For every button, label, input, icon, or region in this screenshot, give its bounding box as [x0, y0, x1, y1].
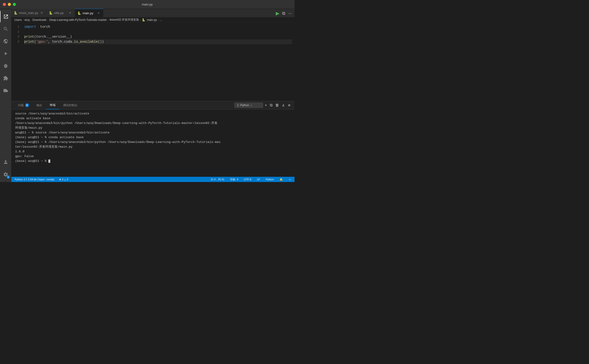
editor-area: 🐍 mnist_train.py ✕ 🐍 utils.py ✕ 🐍 main.p…: [11, 9, 294, 182]
terminal-line-6: (base) wzq@11 ~ % /Users/wzq/anaconda3/b…: [15, 140, 291, 149]
panel-tab-problems-label: 问题: [18, 103, 24, 107]
window-controls: [3, 3, 16, 6]
terminal-line-4: wzq@11 ~ % source /Users/wzq/anaconda3/b…: [15, 130, 291, 135]
panel-tab-problems[interactable]: 问题 5: [14, 101, 33, 110]
status-right: 行 4，列 41 空格: 4 UTF-8 LF Python 🔔: [209, 177, 293, 182]
tab-close-main[interactable]: ✕: [97, 11, 101, 15]
status-left: Python 3.7.3 64-bit ('base': conda) ⊗ 3 …: [13, 177, 69, 182]
sidebar-item-extensions[interactable]: [0, 72, 11, 84]
feedback-icon: ☺: [289, 178, 291, 181]
terminal-line-9: (base) wzq@11 ~ %: [15, 159, 291, 163]
close-button[interactable]: [3, 3, 6, 6]
terminal-line-7: 1.6.0: [15, 149, 291, 154]
breadcrumb-more[interactable]: ...: [159, 18, 162, 22]
editor-scrollbar[interactable]: [292, 24, 294, 99]
panel-tab-debug-label: 调试控制台: [63, 103, 77, 107]
terminal-line-5: (base) wzq@11 ~ % conda activate base: [15, 135, 291, 140]
window-title: main.py: [142, 3, 153, 6]
status-spaces[interactable]: 空格: 4: [229, 177, 239, 182]
trash-terminal-button[interactable]: 🗑: [274, 102, 280, 108]
status-position[interactable]: 行 4，列 41: [209, 177, 226, 182]
breadcrumb-lesson[interactable]: lesson02-开发环境安装: [110, 18, 139, 22]
status-language[interactable]: Python: [264, 177, 275, 182]
breadcrumb-project[interactable]: Deep-Learning-with-PyTorch-Tutorials-mas…: [49, 18, 107, 22]
split-terminal-button[interactable]: ⧉: [269, 102, 273, 108]
code-line-2: [24, 29, 292, 34]
panel-actions: 1: Python ∨ + ⧉ 🗑 ∧ ✕: [234, 102, 292, 109]
terminal-selector-label: 1: Python: [237, 104, 249, 107]
terminal-line-3: /Users/wzq/anaconda3/bin/python /Users/w…: [15, 121, 291, 130]
tab-main[interactable]: 🐍 main.py ✕: [75, 9, 103, 17]
code-line-4: print('gpu:', torch.cuda.is_available()): [24, 39, 292, 44]
status-bar: Python 3.7.3 64-bit ('base': conda) ⊗ 3 …: [11, 177, 294, 182]
terminal-content[interactable]: source /Users/wzq/anaconda3/bin/activate…: [11, 110, 294, 177]
status-encoding[interactable]: UTF-8: [243, 177, 253, 182]
code-line-3: print(torch.__version__): [24, 34, 292, 39]
panel-tab-output[interactable]: 输出: [33, 101, 46, 110]
status-eol-label: LF: [257, 178, 260, 181]
code-content[interactable]: import torch print(torch.__version__) pr…: [23, 24, 292, 99]
panel-tab-output-label: 输出: [37, 103, 42, 107]
titlebar: main.py: [0, 0, 294, 9]
chevron-up-button[interactable]: ∧: [281, 102, 286, 109]
breadcrumb: Users › wzq › Downloads › Deep-Learning-…: [11, 17, 294, 23]
sidebar-item-git[interactable]: [0, 36, 11, 47]
terminal-line-2: conda activate base: [15, 116, 291, 121]
problems-badge: 5: [25, 103, 29, 107]
tab-close-mnist[interactable]: ✕: [40, 11, 44, 15]
tab-label-mnist: mnist_train.py: [19, 11, 38, 15]
main-layout: 1 🐍 mnist_train.py ✕ 🐍 utils.py ✕ 🐍 main…: [0, 9, 294, 182]
close-panel-button[interactable]: ✕: [287, 102, 292, 109]
panel-tab-terminal[interactable]: 终端: [46, 101, 59, 110]
terminal-selector[interactable]: 1: Python ∨: [234, 103, 263, 108]
tabs-bar: 🐍 mnist_train.py ✕ 🐍 utils.py ✕ 🐍 main.p…: [11, 9, 294, 17]
sidebar-item-run[interactable]: [0, 48, 11, 59]
breadcrumb-file[interactable]: main.py: [147, 18, 157, 22]
more-actions-button[interactable]: ···: [287, 10, 293, 17]
status-errors[interactable]: ⊗ 3 △ 3: [58, 177, 69, 182]
new-terminal-button[interactable]: +: [264, 102, 268, 108]
maximize-button[interactable]: [13, 3, 16, 6]
tab-mnist[interactable]: 🐍 mnist_train.py ✕: [11, 9, 46, 17]
bell-icon: 🔔: [279, 178, 283, 181]
sidebar-item-explorer[interactable]: [0, 11, 11, 22]
dropdown-arrow-icon: ∨: [250, 104, 252, 107]
settings-badge: 1: [7, 175, 10, 179]
tab-label-utils: utils.py: [54, 11, 64, 15]
status-eol[interactable]: LF: [256, 177, 262, 182]
status-errors-label: ⊗ 3 △ 3: [59, 178, 68, 181]
panel-area: 问题 5 输出 终端 调试控制台 1: Python ∨ +: [11, 101, 294, 177]
run-button[interactable]: ▶: [275, 9, 280, 17]
code-line-1: import torch: [24, 24, 292, 29]
breadcrumb-wzq[interactable]: wzq: [24, 18, 29, 22]
terminal-line-1: source /Users/wzq/anaconda3/bin/activate: [15, 111, 291, 116]
status-notifications[interactable]: 🔔: [278, 177, 284, 182]
sidebar-item-docker[interactable]: [0, 85, 11, 96]
terminal-line-8: gpu: False: [15, 154, 291, 159]
panel-tabs: 问题 5 输出 终端 调试控制台 1: Python ∨ +: [11, 101, 294, 110]
tab-utils[interactable]: 🐍 utils.py ✕: [46, 9, 75, 17]
sidebar-item-search[interactable]: [0, 23, 11, 35]
sidebar-item-debug[interactable]: [0, 60, 11, 72]
breadcrumb-users[interactable]: Users: [14, 18, 22, 22]
line-numbers: 1 2 3 4: [11, 24, 23, 99]
sidebar-item-settings[interactable]: 1: [0, 169, 11, 180]
tab-icon-main: 🐍: [77, 11, 81, 15]
split-editor-button[interactable]: ⧉: [281, 10, 286, 17]
sidebar-item-account[interactable]: [0, 156, 11, 168]
status-position-label: 行 4，列 41: [211, 178, 224, 181]
breadcrumb-downloads[interactable]: Downloads: [33, 18, 46, 22]
panel-tab-terminal-label: 终端: [50, 103, 55, 107]
panel-tab-debug[interactable]: 调试控制台: [59, 101, 81, 110]
tab-label-main: main.py: [83, 11, 93, 15]
tabs-actions: ▶ ⧉ ···: [275, 9, 294, 17]
activity-bar: 1: [0, 9, 11, 182]
status-branch[interactable]: Python 3.7.3 64-bit ('base': conda): [13, 177, 56, 182]
status-feedback[interactable]: ☺: [287, 177, 293, 182]
tab-close-utils[interactable]: ✕: [68, 11, 72, 15]
code-editor[interactable]: 1 2 3 4 import torch print(torch.__versi…: [11, 23, 294, 101]
minimize-button[interactable]: [8, 3, 11, 6]
status-spaces-label: 空格: 4: [230, 178, 238, 181]
status-branch-label: Python 3.7.3 64-bit ('base': conda): [15, 178, 54, 181]
status-encoding-label: UTF-8: [244, 178, 251, 181]
